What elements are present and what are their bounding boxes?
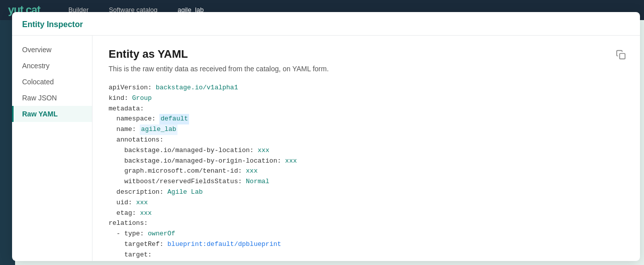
yaml-line-kind1: kind: blueprint xyxy=(109,260,624,261)
copy-button[interactable] xyxy=(614,48,628,63)
yaml-line-targetref1: targetRef: blueprint:default/dpblueprint xyxy=(109,239,624,250)
content-title: Entity as YAML xyxy=(109,48,624,61)
entity-inspector-modal: Entity Inspector Overview Ancestry Coloc… xyxy=(12,12,640,261)
yaml-line-relations: relations: xyxy=(109,218,624,229)
yaml-line-namespace: namespace: default xyxy=(109,114,624,124)
modal-title: Entity Inspector xyxy=(22,20,83,29)
yaml-line-tenant-id: graph.microsoft.com/tenant-id: xxx xyxy=(109,166,624,177)
yaml-content: apiVersion: backstage.io/v1alpha1 kind: … xyxy=(109,83,624,261)
nav-item-colocated[interactable]: Colocated xyxy=(12,74,92,90)
yaml-line-reserved: witboost/reservedFieldsStatus: Normal xyxy=(109,177,624,187)
yaml-line-managed-by: backstage.io/managed-by-location: xxx xyxy=(109,146,624,156)
nav-item-overview[interactable]: Overview xyxy=(12,42,92,58)
nav-item-raw-yaml[interactable]: Raw YAML xyxy=(12,106,92,122)
modal-content: Entity as YAML This is the raw entity da… xyxy=(93,36,640,261)
modal-body: Overview Ancestry Colocated Raw JSON Raw… xyxy=(12,36,640,261)
yaml-line-annotations: annotations: xyxy=(109,135,624,146)
yaml-line-target1: target: xyxy=(109,250,624,260)
content-description: This is the raw entity data as received … xyxy=(109,65,624,73)
nav-item-raw-json[interactable]: Raw JSON xyxy=(12,90,92,106)
svg-rect-0 xyxy=(620,54,625,59)
yaml-line-name: name: agile_lab xyxy=(109,124,624,135)
yaml-line-metadata: metadata: xyxy=(109,104,624,114)
modal-header: Entity Inspector xyxy=(12,12,640,36)
yaml-line-apiversion: apiVersion: backstage.io/v1alpha1 xyxy=(109,83,624,93)
modal-nav: Overview Ancestry Colocated Raw JSON Raw… xyxy=(12,36,93,261)
yaml-line-description: description: Agile Lab xyxy=(109,187,624,198)
nav-item-ancestry[interactable]: Ancestry xyxy=(12,58,92,74)
yaml-line-kind: kind: Group xyxy=(109,93,624,104)
yaml-line-type1: - type: ownerOf xyxy=(109,229,624,239)
yaml-line-managed-by-origin: backstage.io/managed-by-origin-location:… xyxy=(109,156,624,167)
yaml-line-uid: uid: xxx xyxy=(109,198,624,208)
yaml-line-etag: etag: xxx xyxy=(109,208,624,219)
